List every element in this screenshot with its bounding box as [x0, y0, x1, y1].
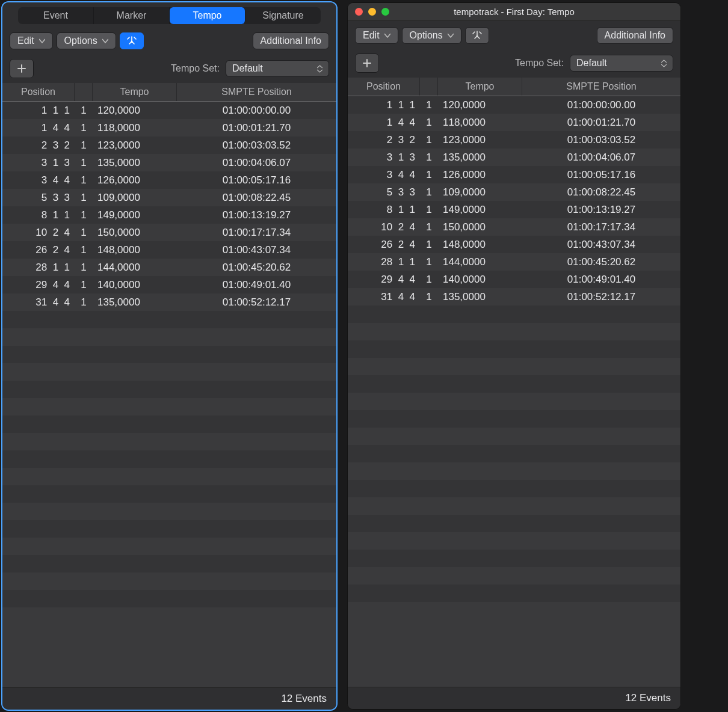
cell-position[interactable]: 3 1 3 [348, 152, 420, 164]
cell-tempo[interactable]: 126,0000 [438, 169, 522, 181]
table-row[interactable]: 26 2 41148,000001:00:43:07.34 [2, 241, 336, 259]
cell-sub[interactable]: 1 [420, 99, 438, 111]
cell-smpte[interactable]: 01:00:03:03.52 [177, 140, 336, 152]
table-row[interactable]: 2 3 21123,000001:00:03:03.52 [348, 131, 680, 149]
table-row[interactable]: 28 1 11144,000001:00:45:20.62 [2, 259, 336, 276]
tab-tempo[interactable]: Tempo [170, 7, 245, 24]
add-button[interactable] [10, 59, 34, 78]
cell-position[interactable]: 10 2 4 [2, 227, 75, 239]
cell-sub[interactable]: 1 [75, 244, 93, 256]
cell-tempo[interactable]: 150,0000 [438, 221, 522, 233]
cell-position[interactable]: 5 3 3 [2, 192, 75, 204]
table-row[interactable]: 3 4 41126,000001:00:05:17.16 [348, 166, 680, 183]
table-row[interactable]: 8 1 11149,000001:00:13:19.27 [2, 206, 336, 224]
cell-position[interactable]: 1 1 1 [2, 105, 75, 117]
cell-sub[interactable]: 1 [75, 262, 93, 274]
cell-smpte[interactable]: 01:00:04:06.07 [177, 157, 336, 169]
cell-tempo[interactable]: 120,0000 [438, 99, 522, 111]
additional-info-button[interactable]: Additional Info [253, 32, 329, 49]
cell-smpte[interactable]: 01:00:04:06.07 [522, 152, 680, 164]
cell-smpte[interactable]: 01:00:13:19.27 [522, 204, 680, 216]
table-body[interactable]: 1 1 11120,000001:00:00:00.00 1 4 41118,0… [348, 96, 680, 687]
table-row[interactable]: 10 2 41150,000001:00:17:17.34 [348, 218, 680, 236]
table-row[interactable]: 5 3 31109,000001:00:08:22.45 [348, 183, 680, 201]
cell-position[interactable]: 2 3 2 [2, 140, 75, 152]
edit-menu-button[interactable]: Edit [355, 27, 398, 44]
table-row[interactable]: 29 4 41140,000001:00:49:01.40 [2, 276, 336, 293]
cell-sub[interactable]: 1 [75, 105, 93, 117]
table-row[interactable]: 1 4 41118,000001:00:01:21.70 [2, 119, 336, 137]
link-toggle-button[interactable] [120, 32, 144, 49]
cell-sub[interactable]: 1 [75, 140, 93, 152]
cell-sub[interactable]: 1 [420, 204, 438, 216]
tab-marker[interactable]: Marker [94, 7, 170, 24]
table-row[interactable]: 3 1 31135,000001:00:04:06.07 [2, 154, 336, 171]
table-row[interactable]: 1 1 11120,000001:00:00:00.00 [2, 102, 336, 119]
cell-position[interactable]: 31 4 4 [348, 291, 420, 303]
table-row[interactable]: 31 4 41135,000001:00:52:12.17 [2, 293, 336, 311]
table-row[interactable]: 29 4 41140,000001:00:49:01.40 [348, 271, 680, 288]
options-menu-button[interactable]: Options [57, 32, 116, 49]
col-smpte[interactable]: SMPTE Position [522, 78, 680, 96]
cell-position[interactable]: 3 1 3 [2, 157, 75, 169]
cell-position[interactable]: 1 4 4 [348, 117, 420, 129]
cell-position[interactable]: 29 4 4 [348, 274, 420, 286]
cell-smpte[interactable]: 01:00:05:17.16 [522, 169, 680, 181]
edit-menu-button[interactable]: Edit [10, 32, 53, 49]
add-button[interactable] [355, 54, 379, 73]
cell-smpte[interactable]: 01:00:52:12.17 [522, 291, 680, 303]
col-position[interactable]: Position [348, 78, 420, 96]
table-row[interactable]: 10 2 41150,000001:00:17:17.34 [2, 224, 336, 241]
tab-signature[interactable]: Signature [245, 7, 321, 24]
cell-smpte[interactable]: 01:00:01:21.70 [522, 117, 680, 129]
cell-tempo[interactable]: 126,0000 [93, 174, 177, 186]
cell-sub[interactable]: 1 [420, 256, 438, 268]
cell-tempo[interactable]: 120,0000 [93, 105, 177, 117]
table-row[interactable]: 1 1 11120,000001:00:00:00.00 [348, 96, 680, 114]
cell-smpte[interactable]: 01:00:13:19.27 [177, 209, 336, 221]
cell-smpte[interactable]: 01:00:43:07.34 [177, 244, 336, 256]
cell-tempo[interactable]: 109,0000 [438, 186, 522, 198]
col-position[interactable]: Position [2, 83, 75, 101]
cell-position[interactable]: 10 2 4 [348, 221, 420, 233]
table-row[interactable]: 3 1 31135,000001:00:04:06.07 [348, 149, 680, 166]
table-row[interactable]: 2 3 21123,000001:00:03:03.52 [2, 137, 336, 154]
cell-sub[interactable]: 1 [75, 279, 93, 291]
cell-sub[interactable]: 1 [75, 209, 93, 221]
cell-sub[interactable]: 1 [420, 291, 438, 303]
cell-smpte[interactable]: 01:00:00:00.00 [522, 99, 680, 111]
table-row[interactable]: 5 3 31109,000001:00:08:22.45 [2, 189, 336, 206]
cell-position[interactable]: 1 1 1 [348, 99, 420, 111]
cell-sub[interactable]: 1 [420, 117, 438, 129]
cell-position[interactable]: 28 1 1 [348, 256, 420, 268]
cell-position[interactable]: 3 4 4 [2, 174, 75, 186]
cell-tempo[interactable]: 148,0000 [438, 239, 522, 251]
cell-smpte[interactable]: 01:00:01:21.70 [177, 122, 336, 134]
table-row[interactable]: 3 4 41126,000001:00:05:17.16 [2, 171, 336, 189]
table-row[interactable]: 26 2 41148,000001:00:43:07.34 [348, 236, 680, 253]
cell-smpte[interactable]: 01:00:17:17.34 [177, 227, 336, 239]
table-row[interactable]: 31 4 41135,000001:00:52:12.17 [348, 288, 680, 305]
table-body[interactable]: 1 1 11120,000001:00:00:00.00 1 4 41118,0… [2, 102, 336, 687]
cell-tempo[interactable]: 118,0000 [438, 117, 522, 129]
col-tempo[interactable]: Tempo [438, 78, 522, 96]
cell-smpte[interactable]: 01:00:08:22.45 [522, 186, 680, 198]
cell-tempo[interactable]: 135,0000 [93, 157, 177, 169]
cell-sub[interactable]: 1 [420, 221, 438, 233]
cell-tempo[interactable]: 135,0000 [93, 296, 177, 308]
cell-position[interactable]: 5 3 3 [348, 186, 420, 198]
cell-tempo[interactable]: 144,0000 [93, 262, 177, 274]
cell-tempo[interactable]: 118,0000 [93, 122, 177, 134]
cell-tempo[interactable]: 135,0000 [438, 152, 522, 164]
cell-tempo[interactable]: 149,0000 [93, 209, 177, 221]
cell-sub[interactable]: 1 [420, 239, 438, 251]
window-titlebar[interactable]: tempotrack - First Day: Tempo [348, 3, 680, 21]
cell-smpte[interactable]: 01:00:08:22.45 [177, 192, 336, 204]
cell-tempo[interactable]: 123,0000 [438, 134, 522, 146]
cell-tempo[interactable]: 144,0000 [438, 256, 522, 268]
cell-smpte[interactable]: 01:00:49:01.40 [522, 274, 680, 286]
cell-tempo[interactable]: 135,0000 [438, 291, 522, 303]
cell-sub[interactable]: 1 [420, 169, 438, 181]
table-row[interactable]: 28 1 11144,000001:00:45:20.62 [348, 253, 680, 271]
cell-position[interactable]: 26 2 4 [348, 239, 420, 251]
